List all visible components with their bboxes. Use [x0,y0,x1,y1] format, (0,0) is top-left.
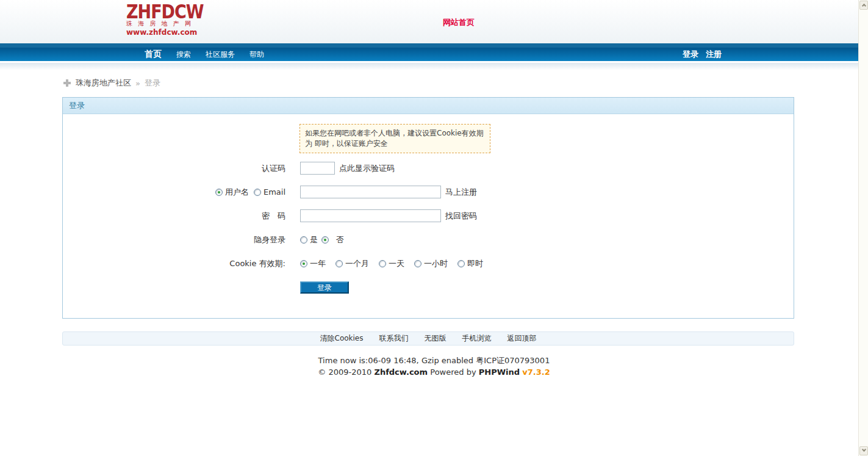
radio-invisible-yes-label: 是 [310,234,318,245]
nav-item-register[interactable]: 注册 [706,49,722,60]
breadcrumb-separator: » [135,79,140,88]
invisible-login-options: 是 否 [300,234,344,245]
breadcrumb: 珠海房地产社区 » 登录 [63,78,868,89]
footer-link-mobile-view[interactable]: 手机浏览 [462,333,491,344]
page: ZHFDCW 珠 海 房 地 产 网 www.zhfdcw.com 网站首页 首… [0,0,868,456]
password-label: 密 码 [63,211,300,222]
logo-url: www.zhfdcw.com [126,28,187,37]
chevron-down-icon [862,447,866,452]
radio-cookie-one-year-label: 一年 [310,258,326,269]
forgot-password-link[interactable]: 找回密码 [445,211,477,222]
account-row: 用户名 Email 马上注册 [63,186,794,198]
breadcrumb-current: 登录 [145,78,160,89]
login-panel: 登录 如果您在网吧或者非个人电脑，建议设置Cookie有效期为 即时，以保证账户… [62,97,794,319]
account-field: 马上注册 [300,186,477,198]
cookie-security-notice: 如果您在网吧或者非个人电脑，建议设置Cookie有效期为 即时，以保证账户安全 [299,124,490,153]
radio-invisible-no[interactable]: 否 [321,234,344,245]
radio-cookie-one-hour-label: 一小时 [424,258,448,269]
radio-cookie-one-year[interactable]: 一年 [300,258,326,269]
invisible-login-row: 隐身登录 是 否 [63,233,794,246]
site-name: Zhfdcw.com [374,367,428,377]
cookie-lifetime-label: Cookie 有效期: [63,258,300,269]
radio-cookie-one-day-label: 一天 [389,258,404,269]
powered-by-text: Powered by [430,367,476,377]
cookie-lifetime-row: Cookie 有效期: 一年 一个月 一天 [63,257,794,270]
footer-link-back-to-top[interactable]: 返回顶部 [507,333,536,344]
engine-name[interactable]: PHPWind [479,367,520,377]
radio-cookie-instant[interactable]: 即时 [457,258,483,269]
login-panel-body: 如果您在网吧或者非个人电脑，建议设置Cookie有效期为 即时，以保证账户安全 … [63,114,794,318]
password-row: 密 码 找回密码 [63,209,794,222]
scroll-up-button[interactable] [859,1,868,10]
radio-cookie-one-hour-circle[interactable] [414,260,421,267]
captcha-input[interactable] [300,162,335,175]
logo-text: ZHFDCW [126,1,187,23]
radio-cookie-instant-label: 即时 [467,258,483,269]
footer-link-clear-cookies[interactable]: 清除Cookies [320,333,364,344]
radio-invisible-yes[interactable]: 是 [300,234,318,245]
captcha-label: 认证码 [63,163,300,174]
nav-item-help[interactable]: 帮助 [249,49,264,60]
radio-invisible-yes-circle[interactable] [300,236,307,244]
radio-cookie-one-month-label: 一个月 [345,258,369,269]
radio-cookie-one-day-circle[interactable] [379,260,386,267]
radio-email-label: Email [264,187,285,197]
invisible-login-label: 隐身登录 [63,234,300,245]
navbar-right: 登录 注册 [683,49,868,60]
radio-cookie-one-year-circle[interactable] [300,260,307,267]
footer-info: Time now is:06-09 16:48, Gzip enabled 粤I… [0,355,868,378]
radio-cookie-instant-circle[interactable] [457,260,465,267]
captcha-row: 认证码 点此显示验证码 [63,162,794,175]
login-panel-title: 登录 [63,98,794,114]
scroll-down-button[interactable] [859,446,868,455]
nav-item-home[interactable]: 首页 [145,49,162,60]
cookie-lifetime-options: 一年 一个月 一天 一小时 [300,258,483,269]
navbar-shadow [0,63,868,70]
breadcrumb-root-link[interactable]: 珠海房地产社区 [76,78,131,89]
radio-username-label: 用户名 [225,187,249,198]
footer-time-line: Time now is:06-09 16:48, Gzip enabled 粤I… [0,355,868,366]
password-field: 找回密码 [300,209,477,222]
radio-email[interactable]: Email [254,187,285,197]
site-logo[interactable]: ZHFDCW 珠 海 房 地 产 网 www.zhfdcw.com [126,1,187,37]
navbar-left: 首页 搜索 社区服务 帮助 [0,49,279,60]
radio-invisible-no-circle[interactable] [321,236,329,244]
radio-username-circle[interactable] [215,189,223,196]
account-type-radios: 用户名 Email [63,187,300,198]
username-input[interactable] [300,186,441,198]
copyright-prefix: © 2009-2010 [318,367,371,377]
chevron-up-icon [862,4,866,8]
show-captcha-link[interactable]: 点此显示验证码 [339,163,395,174]
footer-links-bar: 清除Cookies 联系我们 无图版 手机浏览 返回顶部 [62,331,794,346]
site-home-link[interactable]: 网站首页 [443,17,475,28]
vertical-scrollbar[interactable] [858,0,868,456]
register-now-link[interactable]: 马上注册 [445,187,477,198]
plus-icon [63,79,71,87]
password-input[interactable] [300,209,441,222]
radio-cookie-one-month[interactable]: 一个月 [335,258,369,269]
login-button[interactable]: 登录 [300,281,349,294]
radio-invisible-no-label: 否 [336,234,344,245]
nav-item-login[interactable]: 登录 [683,49,698,60]
site-header: ZHFDCW 珠 海 房 地 产 网 www.zhfdcw.com 网站首页 [0,0,868,43]
nav-item-search[interactable]: 搜索 [176,49,191,60]
radio-username[interactable]: 用户名 [215,187,249,198]
footer-link-text-version[interactable]: 无图版 [424,333,446,344]
radio-cookie-one-hour[interactable]: 一小时 [414,258,448,269]
main-navbar: 首页 搜索 社区服务 帮助 登录 注册 [0,43,868,61]
footer-copyright-line: © 2009-2010 Zhfdcw.com Powered by PHPWin… [0,367,868,378]
footer-link-contact-us[interactable]: 联系我们 [379,333,408,344]
nav-item-community-services[interactable]: 社区服务 [206,49,235,60]
radio-cookie-one-day[interactable]: 一天 [379,258,404,269]
radio-cookie-one-month-circle[interactable] [335,260,343,267]
engine-version: v7.3.2 [522,367,550,377]
submit-row: 登录 [63,281,794,294]
radio-email-circle[interactable] [254,189,261,196]
captcha-field: 点此显示验证码 [300,162,395,175]
